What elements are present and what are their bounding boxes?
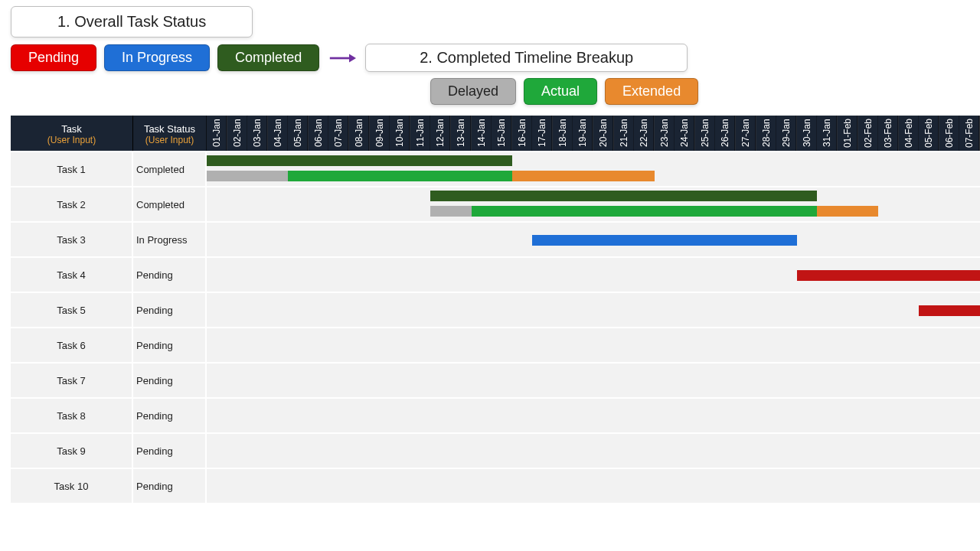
task-status: Pending: [133, 399, 207, 432]
task-name: Task 6: [11, 328, 133, 362]
date-header: 31-Jan: [817, 116, 838, 151]
gantt-bar-track: [207, 328, 980, 362]
date-header: 30-Jan: [797, 116, 818, 151]
date-header: 05-Jan: [288, 116, 309, 151]
date-header: 03-Jan: [247, 116, 268, 151]
header-status-sub: (User Input): [145, 135, 194, 145]
legend-in-progress[interactable]: In Progress: [104, 44, 210, 71]
task-name: Task 10: [11, 469, 133, 503]
timeline-breakup-title: 2. Completed Timeline Breakup: [365, 44, 688, 72]
date-header: 21-Jan: [614, 116, 635, 151]
gantt-bar[interactable]: [472, 206, 818, 217]
date-header: 28-Jan: [756, 116, 777, 151]
task-status: Completed: [133, 152, 207, 186]
date-header: 04-Feb: [899, 116, 920, 151]
gantt-bar[interactable]: [817, 206, 878, 217]
date-header: 25-Jan: [695, 116, 716, 151]
legend-extended[interactable]: Extended: [605, 78, 698, 105]
gantt-bar[interactable]: [430, 206, 471, 217]
date-header: 02-Jan: [227, 116, 248, 151]
date-header: 08-Jan: [349, 116, 370, 151]
header-task: Task (User Input): [11, 116, 133, 151]
gantt-bar-track: [207, 434, 980, 468]
date-header: 07-Jan: [328, 116, 349, 151]
task-name: Task 8: [11, 399, 133, 432]
gantt-bar-track: [207, 293, 980, 327]
svg-marker-1: [349, 54, 356, 62]
date-header: 29-Jan: [776, 116, 797, 151]
date-header: 10-Jan: [390, 116, 410, 151]
date-header: 04-Jan: [268, 116, 289, 151]
task-name: Task 1: [11, 152, 133, 186]
table-row: Task 8Pending: [11, 397, 980, 432]
date-header: 16-Jan: [512, 116, 533, 151]
table-row: Task 3In Progress: [11, 221, 980, 256]
date-header: 03-Feb: [878, 116, 899, 151]
table-row: Task 7Pending: [11, 362, 980, 397]
gantt-bar-track: [207, 187, 980, 221]
gantt-bar-track: [207, 152, 980, 186]
legend-delayed[interactable]: Delayed: [430, 78, 516, 105]
date-header: 12-Jan: [430, 116, 451, 151]
date-header: 06-Jan: [309, 116, 329, 151]
legend-completed[interactable]: Completed: [217, 44, 319, 71]
gantt-bar[interactable]: [288, 171, 511, 181]
date-header: 06-Feb: [939, 116, 960, 151]
header-status-label: Task Status: [144, 123, 195, 135]
header-task-label: Task: [61, 123, 82, 135]
gantt-bar-track: [207, 469, 980, 503]
date-header: 11-Jan: [410, 116, 431, 151]
task-status: Pending: [133, 364, 207, 397]
gantt-bar[interactable]: [512, 171, 655, 181]
gantt-bar[interactable]: [797, 270, 980, 281]
gantt-chart: Task (User Input) Task Status (User Inpu…: [11, 116, 980, 503]
date-header: 07-Feb: [959, 116, 980, 151]
arrow-right-icon: [327, 51, 358, 66]
date-header: 01-Jan: [207, 116, 227, 151]
task-status: Pending: [133, 258, 207, 292]
date-header: 14-Jan: [472, 116, 492, 151]
date-header: 24-Jan: [675, 116, 695, 151]
date-header: 13-Jan: [451, 116, 472, 151]
date-header: 23-Jan: [655, 116, 675, 151]
legend-actual[interactable]: Actual: [524, 78, 597, 105]
gantt-bar-track: [207, 258, 980, 292]
table-row: Task 4Pending: [11, 256, 980, 292]
task-status: Pending: [133, 293, 207, 327]
task-status: Pending: [133, 328, 207, 362]
gantt-bar[interactable]: [207, 171, 288, 181]
task-name: Task 7: [11, 364, 133, 397]
task-name: Task 5: [11, 293, 133, 327]
table-row: Task 10Pending: [11, 468, 980, 503]
gantt-bar-track: [207, 364, 980, 397]
task-status: Completed: [133, 187, 207, 221]
gantt-bar[interactable]: [919, 305, 980, 316]
header-task-sub: (User Input): [47, 135, 96, 145]
table-row: Task 6Pending: [11, 327, 980, 362]
overall-status-title: 1. Overall Task Status: [11, 6, 253, 37]
table-row: Task 9Pending: [11, 432, 980, 468]
header-status: Task Status (User Input): [133, 116, 207, 151]
task-name: Task 2: [11, 187, 133, 221]
task-status: Pending: [133, 469, 207, 503]
table-row: Task 2Completed: [11, 186, 980, 221]
date-header: 26-Jan: [715, 116, 736, 151]
gantt-bar-track: [207, 399, 980, 432]
gantt-bar-track: [207, 223, 980, 256]
gantt-bar[interactable]: [532, 235, 797, 246]
gantt-bar[interactable]: [207, 155, 512, 166]
date-header: 15-Jan: [492, 116, 512, 151]
task-status: In Progress: [133, 223, 207, 256]
task-name: Task 9: [11, 434, 133, 468]
date-header: 22-Jan: [634, 116, 655, 151]
date-header: 05-Feb: [919, 116, 939, 151]
date-header: 18-Jan: [553, 116, 573, 151]
date-header: 19-Jan: [573, 116, 593, 151]
legend-pending[interactable]: Pending: [11, 44, 96, 71]
table-row: Task 1Completed: [11, 151, 980, 186]
date-header: 27-Jan: [736, 116, 756, 151]
table-row: Task 5Pending: [11, 292, 980, 327]
date-header: 17-Jan: [532, 116, 553, 151]
date-header: 02-Feb: [858, 116, 879, 151]
gantt-bar[interactable]: [430, 191, 817, 201]
